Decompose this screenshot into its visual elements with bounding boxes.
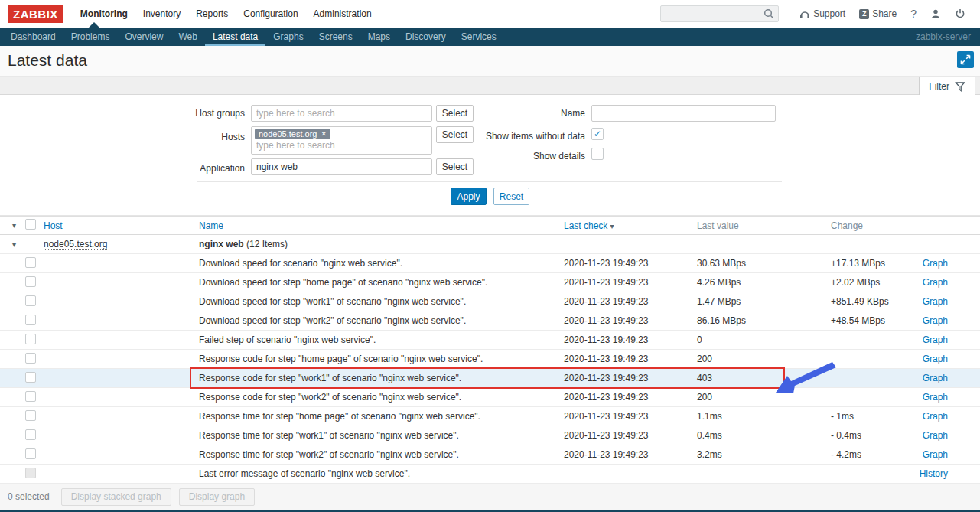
collapse-all-icon[interactable]: ▾ (12, 221, 16, 230)
row-checkbox[interactable] (25, 334, 36, 344)
checkmark-icon: ✓ (594, 129, 601, 139)
sub-nav-item-discovery[interactable]: Discovery (398, 28, 454, 46)
row-checkbox[interactable] (25, 468, 36, 478)
host-groups-input[interactable] (251, 105, 432, 122)
item-last-value: 86.16 MBps (697, 315, 831, 326)
row-checkbox[interactable] (25, 410, 36, 421)
graph-link[interactable]: Graph (923, 392, 948, 403)
share-link[interactable]: Z Share (859, 8, 897, 19)
sub-nav-item-problems[interactable]: Problems (63, 28, 118, 46)
item-name: Response time for step "home page" of sc… (199, 411, 564, 422)
help-button[interactable]: ? (910, 8, 917, 20)
row-checkbox[interactable] (25, 372, 36, 383)
row-checkbox[interactable] (25, 391, 36, 402)
search-input[interactable] (660, 5, 779, 22)
row-checkbox[interactable] (25, 448, 36, 459)
host-tag-remove-icon[interactable]: ✕ (321, 130, 327, 138)
item-change: +48.54 MBps (831, 315, 915, 326)
graph-link[interactable]: Graph (923, 315, 948, 326)
filter-tab[interactable]: Filter (919, 77, 975, 96)
table-row: Download speed for step "work1" of scena… (0, 292, 980, 311)
table-row: Response code for step "home page" of sc… (0, 350, 980, 369)
table-body: Download speed for scenario "nginx web s… (0, 254, 980, 484)
host-groups-select-button[interactable]: Select (436, 105, 474, 122)
sub-nav-item-latest-data[interactable]: Latest data (205, 28, 265, 46)
name-input[interactable] (591, 105, 776, 122)
item-last-value: 1.47 MBps (697, 296, 831, 307)
item-last-check: 2020-11-23 19:49:23 (564, 277, 697, 288)
sub-nav-item-web[interactable]: Web (171, 28, 204, 46)
item-change: - 0.4ms (831, 430, 915, 441)
name-column-header[interactable]: Name (199, 220, 223, 231)
hosts-multiselect[interactable]: node05.test.org ✕ type here to search (251, 126, 432, 155)
apply-button[interactable]: Apply (451, 188, 487, 205)
graph-link[interactable]: Graph (923, 296, 948, 307)
table-row: Download speed for step "home page" of s… (0, 273, 980, 292)
top-bar: ZABBIX MonitoringInventoryReportsConfigu… (0, 0, 980, 28)
row-checkbox[interactable] (25, 429, 36, 440)
fullscreen-button[interactable] (957, 51, 974, 68)
table-row: Response time for step "work1" of scenar… (0, 426, 980, 445)
table-row: Failed step of scenario "nginx web servi… (0, 331, 980, 350)
top-nav-item-reports[interactable]: Reports (188, 8, 236, 19)
row-checkbox[interactable] (25, 295, 36, 306)
sub-nav-item-graphs[interactable]: Graphs (265, 28, 311, 46)
item-last-value: 200 (697, 392, 831, 403)
graph-link[interactable]: Graph (923, 373, 948, 383)
host-groups-label: Host groups (153, 108, 245, 119)
graph-link[interactable]: Graph (923, 258, 948, 269)
footer-bar: 0 selected Display stacked graph Display… (0, 484, 980, 510)
display-stacked-graph-button[interactable]: Display stacked graph (61, 488, 171, 506)
item-last-check: 2020-11-23 19:49:23 (564, 411, 697, 422)
sub-nav-item-dashboard[interactable]: Dashboard (3, 28, 63, 46)
row-checkbox[interactable] (25, 315, 36, 325)
sub-nav-item-services[interactable]: Services (454, 28, 504, 46)
top-nav-item-monitoring[interactable]: Monitoring (73, 8, 135, 19)
top-nav-item-inventory[interactable]: Inventory (135, 8, 188, 19)
show-items-checkbox[interactable]: ✓ (591, 128, 604, 140)
application-input[interactable] (251, 158, 432, 175)
graph-link[interactable]: Graph (923, 430, 948, 441)
row-checkbox[interactable] (25, 257, 36, 268)
selected-count: 0 selected (8, 491, 50, 502)
top-nav-item-administration[interactable]: Administration (306, 8, 379, 19)
graph-link[interactable]: Graph (923, 354, 948, 364)
item-name: Download speed for scenario "nginx web s… (199, 258, 564, 269)
table-row: Response code for step "work2" of scenar… (0, 388, 980, 407)
last-check-column-header[interactable]: Last check▾ (564, 220, 614, 231)
application-select-button[interactable]: Select (436, 158, 474, 175)
show-details-label: Show details (490, 151, 585, 161)
item-name: Download speed for step "work2" of scena… (199, 315, 564, 326)
sub-nav-item-maps[interactable]: Maps (360, 28, 398, 46)
search-icon (763, 8, 774, 19)
top-nav-item-configuration[interactable]: Configuration (236, 8, 305, 19)
sub-nav-item-screens[interactable]: Screens (311, 28, 360, 46)
show-details-checkbox[interactable]: ✓ (591, 148, 604, 160)
sub-nav-item-overview[interactable]: Overview (117, 28, 171, 46)
graph-link[interactable]: Graph (923, 411, 948, 422)
filter-tab-label: Filter (929, 81, 949, 92)
collapse-group-icon[interactable]: ▾ (12, 240, 16, 249)
user-profile-button[interactable] (930, 8, 941, 19)
graph-link[interactable]: Graph (923, 449, 948, 460)
logout-button[interactable] (955, 8, 965, 19)
item-name: Response code for step "work1" of scenar… (199, 373, 564, 383)
graph-link[interactable]: History (920, 468, 948, 479)
row-checkbox[interactable] (25, 276, 36, 287)
item-change: - 1ms (831, 411, 915, 422)
display-graph-button[interactable]: Display graph (179, 488, 255, 506)
reset-button[interactable]: Reset (493, 188, 529, 205)
host-link[interactable]: node05.test.org (44, 239, 107, 250)
item-last-value: 30.63 MBps (697, 258, 831, 269)
item-last-check: 2020-11-23 19:49:23 (564, 430, 697, 441)
graph-link[interactable]: Graph (923, 277, 948, 288)
host-column-header[interactable]: Host (44, 220, 63, 231)
item-name: Response time for step "work2" of scenar… (199, 449, 564, 460)
item-last-value: 200 (697, 354, 831, 364)
sort-desc-icon: ▾ (610, 222, 614, 230)
graph-link[interactable]: Graph (923, 334, 948, 345)
sub-nav-items: DashboardProblemsOverviewWebLatest dataG… (3, 28, 504, 46)
row-checkbox[interactable] (25, 353, 36, 364)
support-link[interactable]: Support (799, 8, 845, 19)
select-all-checkbox[interactable] (25, 219, 36, 230)
